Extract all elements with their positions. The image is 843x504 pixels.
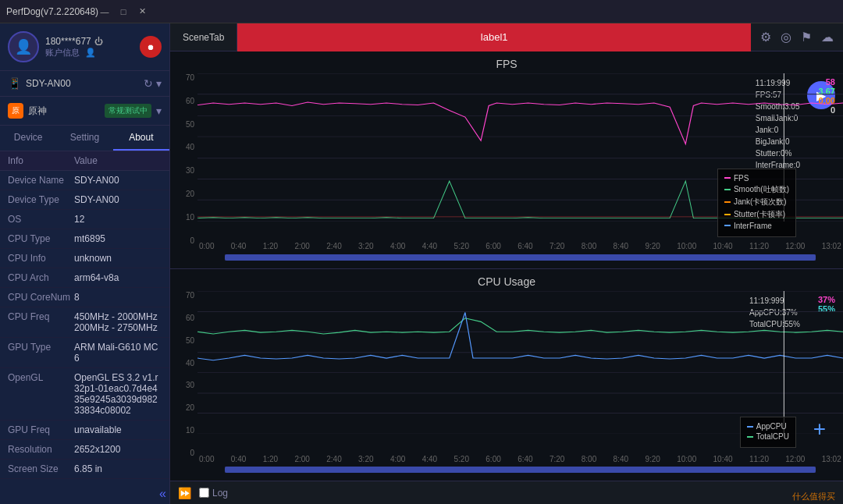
fps-scrollbar-thumb[interactable] (225, 254, 816, 261)
avatar: 👤 (8, 31, 39, 62)
info-table-header: Info Value (0, 151, 169, 171)
info-col: CPU Type (8, 233, 74, 244)
bottom-bar: ⏩ Log (170, 481, 843, 504)
username: 180****677 ⏻ (45, 36, 133, 47)
scene-tab[interactable]: SceneTab (170, 23, 237, 51)
cpu-y-axis: 70 60 50 40 30 20 10 0 (170, 291, 197, 473)
info-col: Resolution (8, 444, 74, 455)
main-layout: 👤 180****677 ⏻ 账户信息 👤 ⏺ 📱 SDY-AN00 ↻ ▾ (0, 23, 843, 504)
info-table-row: OpenGLOpenGL ES 3.2 v1.r32p1-01eac0.7d4e… (0, 368, 169, 421)
value-col-header: Value (74, 155, 162, 166)
refresh-icon[interactable]: ↻ (144, 77, 153, 90)
info-table-row: Device NameSDY-AN00 (0, 171, 169, 190)
value-col: 450MHz - 2000MHz 200MHz - 2750MHz (74, 311, 162, 333)
value-col: arm64-v8a (74, 272, 162, 283)
legend-interframe: InterFrame (724, 222, 789, 230)
tab-setting[interactable]: Setting (56, 126, 112, 151)
info-table-row: Resolution2652x1200 (0, 440, 169, 460)
legend-stutter: Stutter(卡顿率) (724, 209, 789, 220)
appcpu-line (197, 312, 843, 360)
device-icon: 📱 (8, 77, 21, 90)
close-button[interactable]: ✕ (136, 5, 148, 18)
fps-chart: FPS 70 60 50 40 30 20 10 0 ▶ (170, 51, 843, 269)
log-checkbox[interactable] (199, 488, 209, 498)
fps-scrollbar[interactable] (225, 254, 816, 261)
info-col: OS (8, 214, 74, 225)
info-col: CPU Arch (8, 272, 74, 283)
account-label[interactable]: 账户信息 👤 (45, 47, 133, 59)
cpu-chart: CPU Usage 70 60 50 40 30 20 10 0 (170, 269, 843, 481)
label1: label1 (237, 23, 751, 51)
info-table-row: CPU CoreNum8 (0, 288, 169, 307)
add-chart-button[interactable]: + (807, 417, 832, 442)
cloud-icon[interactable]: ☁ (821, 30, 834, 44)
collapse-icon[interactable]: « (159, 487, 166, 501)
info-col: Device Name (8, 175, 74, 186)
user-info: 180****677 ⏻ 账户信息 👤 (45, 36, 133, 59)
info-table-row: GPU TypeARM Mali-G610 MC6 (0, 338, 169, 368)
tab-device[interactable]: Device (0, 126, 56, 151)
cpu-scrollbar-thumb[interactable] (225, 467, 816, 473)
cpu-x-axis: 0:00 0:40 1:20 2:00 2:40 3:20 4:00 4:40 … (197, 451, 843, 467)
legend-smooth: Smooth(吐帧数) (724, 184, 789, 195)
value-col: OpenGL ES 3.2 v1.r32p1-01eac0.7d4e435e92… (74, 372, 162, 416)
right-topbar: SceneTab label1 ⚙ ◎ ⚑ ☁ (170, 23, 843, 51)
log-label: Log (212, 488, 228, 499)
flag-icon[interactable]: ⚑ (801, 30, 812, 44)
legend-jank: Jank(卡顿次数) (724, 197, 789, 208)
minimize-button[interactable]: — (98, 5, 111, 18)
cpu-legend: AppCPU TotalCPU (740, 417, 796, 448)
info-table-row: Screen Size6.85 in (0, 460, 169, 479)
maximize-button[interactable]: □ (117, 5, 130, 18)
right-icons: ⚙ ◎ ⚑ ☁ (751, 30, 843, 44)
cpu-scrollbar[interactable] (225, 467, 816, 473)
app-title: PerfDog(v7.2.220648) (6, 6, 98, 17)
info-table-row: CPU Freq450MHz - 2000MHz 200MHz - 2750MH… (0, 307, 169, 338)
info-table: Info Value Device NameSDY-AN00Device Typ… (0, 151, 169, 484)
info-col: Device Type (8, 194, 74, 205)
info-col: OpenGL (8, 372, 74, 416)
watermark: 什么值得买 (792, 491, 835, 502)
value-col: 6.85 in (74, 463, 162, 474)
value-col: 8 (74, 292, 162, 303)
app-chevron-icon[interactable]: ▾ (156, 105, 162, 117)
device-controls: ↻ ▾ (144, 77, 162, 90)
charts-area: FPS 70 60 50 40 30 20 10 0 ▶ (170, 51, 843, 481)
home-icon[interactable]: ⏩ (178, 487, 191, 499)
app-name: 原神 (28, 105, 100, 118)
fps-x-axis: 0:00 0:40 1:20 2:00 2:40 3:20 4:00 4:40 … (197, 239, 843, 254)
app-section: 原 原神 常规测试中 ▾ (0, 97, 169, 126)
value-col: unavailable (74, 424, 162, 435)
record-button[interactable]: ⏺ (140, 36, 162, 58)
info-table-row: GPU Frequnavailable (0, 421, 169, 440)
titlebar: PerfDog(v7.2.220648) — □ ✕ (0, 0, 843, 23)
info-table-row: CPU Infounknown (0, 249, 169, 268)
device-name: SDY-AN00 (26, 78, 139, 89)
left-panel: 👤 180****677 ⏻ 账户信息 👤 ⏺ 📱 SDY-AN00 ↻ ▾ (0, 23, 170, 504)
value-col: ARM Mali-G610 MC6 (74, 342, 162, 364)
chevron-down-icon[interactable]: ▾ (156, 77, 162, 90)
legend-totalcpu: TotalCPU (747, 432, 789, 441)
info-col: Screen Size (8, 463, 74, 474)
settings-icon[interactable]: ⚙ (760, 30, 771, 44)
value-col: mt6895 (74, 233, 162, 244)
value-col: SDY-AN00 (74, 194, 162, 205)
log-checkbox-area: Log (199, 488, 228, 499)
legend-fps: FPS (724, 174, 789, 183)
info-col: CPU CoreNum (8, 292, 74, 303)
right-panel: SceneTab label1 ⚙ ◎ ⚑ ☁ FPS 70 60 50 40 (170, 23, 843, 504)
power-icon: ⏻ (94, 37, 103, 46)
value-col: SDY-AN00 (74, 175, 162, 186)
legend-appcpu: AppCPU (747, 422, 789, 431)
value-col: unknown (74, 253, 162, 264)
info-col: GPU Freq (8, 424, 74, 435)
info-col: GPU Type (8, 342, 74, 364)
user-section: 👤 180****677 ⏻ 账户信息 👤 ⏺ (0, 23, 169, 71)
info-col-header: Info (8, 155, 74, 166)
tab-about[interactable]: About (113, 126, 169, 151)
value-col: 12 (74, 214, 162, 225)
info-table-row: OS12 (0, 210, 169, 229)
cpu-chart-title: CPU Usage (170, 275, 843, 288)
search-icon[interactable]: ◎ (781, 30, 791, 44)
info-col: CPU Info (8, 253, 74, 264)
